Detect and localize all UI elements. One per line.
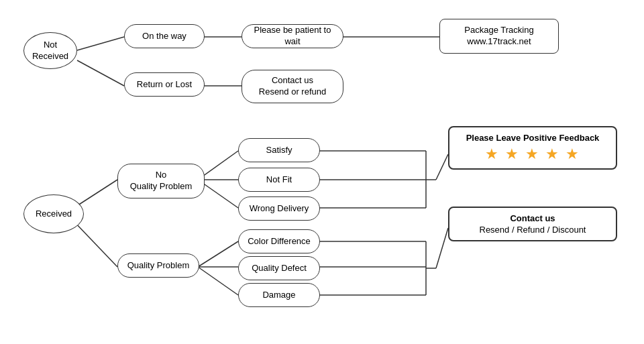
svg-line-5 (74, 180, 117, 208)
contact-us-title: Contact us (459, 213, 606, 223)
wrong-delivery-node: Wrong Delivery (238, 196, 320, 221)
flowchart-diagram: Not Received On the way Return or Lost P… (0, 0, 644, 344)
not-fit-node: Not Fit (238, 168, 320, 192)
positive-feedback-title: Please Leave Positive Feedback (459, 133, 606, 143)
svg-line-0 (77, 37, 124, 50)
return-or-lost-node: Return or Lost (124, 72, 205, 97)
contact-us-box: Contact us Resend / Refund / Discount (448, 207, 617, 241)
svg-line-15 (198, 241, 238, 267)
svg-line-17 (198, 267, 238, 295)
positive-feedback-box: Please Leave Positive Feedback ★ ★ ★ ★ ★ (448, 126, 617, 170)
no-quality-problem-node: No Quality Problem (117, 164, 205, 198)
positive-feedback-stars: ★ ★ ★ ★ ★ (459, 146, 606, 163)
not-received-node: Not Received (23, 32, 77, 69)
svg-line-24 (436, 154, 448, 180)
package-tracking-node: Package Tracking www.17track.net (439, 19, 559, 54)
svg-line-6 (74, 221, 117, 267)
patient-wait-node: Please be patient to wait (241, 24, 343, 48)
satisfy-node: Satisfy (238, 138, 320, 162)
contact-us-detail: Resend / Refund / Discount (459, 225, 606, 235)
svg-line-1 (77, 60, 124, 86)
color-difference-node: Color Difference (238, 229, 320, 253)
contact-resend-node: Contact us Resend or refund (241, 70, 343, 103)
received-node: Received (23, 194, 84, 233)
damage-node: Damage (238, 283, 320, 307)
svg-line-23 (436, 228, 448, 268)
on-the-way-node: On the way (124, 24, 205, 48)
quality-problem-node: Quality Problem (117, 253, 199, 278)
quality-defect-node: Quality Defect (238, 256, 320, 280)
